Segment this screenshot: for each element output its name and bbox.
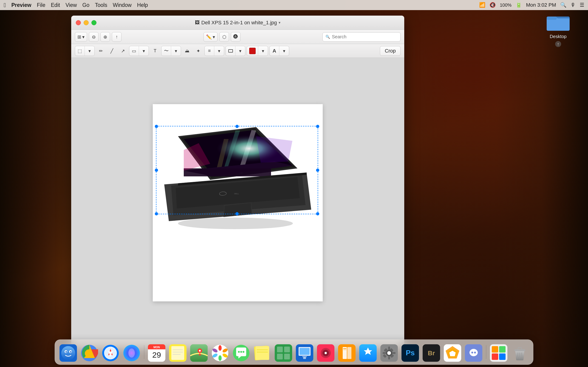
dock-sysprefs[interactable]: [380, 343, 399, 363]
align-chevron-icon: ▾: [218, 48, 220, 54]
border-style-dropdown-button[interactable]: ▾: [235, 46, 245, 56]
selection-tool-group: ⬚ ▾: [75, 46, 95, 56]
shapes-dropdown-button[interactable]: ▾: [139, 46, 149, 56]
dock-trash[interactable]: [510, 343, 529, 363]
dock-safari[interactable]: [101, 343, 120, 363]
svg-point-118: [471, 352, 473, 353]
dock-bridge[interactable]: Br: [422, 343, 441, 363]
dock-appstore[interactable]: [358, 343, 378, 363]
desktop-folder[interactable]: Desktop ↑: [547, 14, 570, 47]
menu-view[interactable]: View: [65, 2, 77, 8]
dock-airdrop[interactable]: [489, 343, 508, 363]
svg-point-119: [474, 352, 476, 353]
line-icon: ╱: [111, 48, 113, 54]
menu-go[interactable]: Go: [82, 2, 90, 8]
instant-alpha-tool-button[interactable]: ✦: [193, 46, 203, 56]
dock-music[interactable]: [316, 343, 335, 363]
view-button[interactable]: ⊞ ▾: [75, 32, 87, 42]
svg-rect-78: [277, 347, 283, 352]
svg-rect-122: [499, 346, 506, 352]
minimize-button[interactable]: [84, 20, 89, 25]
dock-finder[interactable]: [59, 343, 78, 363]
align-tool-button[interactable]: ≡: [205, 46, 214, 56]
menu-window[interactable]: Window: [113, 2, 132, 8]
dock-maps[interactable]: [189, 343, 208, 363]
title-chevron-icon[interactable]: ▾: [279, 20, 280, 25]
dock-photos[interactable]: [210, 343, 230, 363]
svg-rect-102: [383, 352, 386, 354]
align-dropdown-button[interactable]: ▾: [214, 46, 224, 56]
dock-photoshop[interactable]: Ps: [401, 343, 420, 363]
canvas-area[interactable]: DELL: [71, 58, 404, 348]
color-dropdown-button[interactable]: ▾: [258, 46, 268, 56]
apple-menu[interactable]: : [4, 2, 6, 9]
border-style-button[interactable]: [226, 46, 235, 56]
instant-alpha-icon: ⬡: [222, 34, 226, 40]
dock-stickies[interactable]: [253, 343, 272, 363]
svg-point-25: [178, 218, 293, 229]
dock-books[interactable]: [337, 343, 356, 363]
close-button[interactable]: [76, 20, 81, 25]
dock-discord[interactable]: [464, 343, 483, 363]
toolbar: ⊞ ▾ ⊖ ⊕ ↑ ✏️ ▾ ⬡ 🅐 🔍: [71, 30, 404, 44]
app-menu-preview[interactable]: Preview: [11, 2, 32, 8]
menu-tools[interactable]: Tools: [95, 2, 107, 8]
search-field[interactable]: 🔍: [322, 32, 401, 42]
svg-point-65: [218, 355, 222, 361]
search-input[interactable]: [332, 34, 398, 40]
svg-rect-126: [518, 348, 522, 350]
dock-calendar[interactable]: MON 29: [147, 343, 166, 363]
dock-messages[interactable]: [232, 343, 251, 363]
shapes-icon: ▭: [132, 48, 136, 54]
font-dropdown-button[interactable]: ▾: [279, 46, 289, 56]
adjust-icon: ⛰: [185, 48, 190, 53]
svg-rect-93: [347, 347, 351, 359]
adjust-color-button[interactable]: 🅐: [231, 32, 241, 42]
menu-file[interactable]: File: [37, 2, 45, 8]
dock-siri[interactable]: [122, 343, 141, 363]
svg-rect-2: [547, 18, 570, 31]
crop-button[interactable]: Crop: [380, 46, 401, 56]
shapes-tool-button[interactable]: ▭: [129, 46, 139, 56]
svg-point-72: [242, 351, 244, 353]
menu-edit[interactable]: Edit: [51, 2, 60, 8]
adjust-tool-button[interactable]: ⛰: [182, 46, 192, 56]
sign-tool-button[interactable]: 〜: [162, 46, 171, 56]
menu-help[interactable]: Help: [137, 2, 148, 8]
svg-point-62: [218, 345, 222, 351]
svg-rect-100: [388, 347, 390, 350]
dock-separator-1: [144, 345, 144, 359]
dock-numbers[interactable]: [274, 343, 293, 363]
siri-icon[interactable]: 🎙: [571, 2, 576, 8]
share-button[interactable]: ↑: [112, 32, 121, 42]
dock-chrome[interactable]: [80, 343, 99, 363]
text-tool-button[interactable]: T: [150, 46, 160, 56]
color-group: ▾: [247, 46, 268, 56]
dock-notes[interactable]: [168, 343, 187, 363]
notification-icon[interactable]: ☰: [580, 2, 584, 8]
color-button[interactable]: [247, 46, 258, 56]
instant-alpha-button[interactable]: ⬡: [219, 32, 229, 42]
selection-tool-button[interactable]: ⬚: [75, 46, 85, 56]
selection-dropdown-button[interactable]: ▾: [85, 46, 95, 56]
title-bar: 🖼 Dell XPS 15 2-in-1 on white_1.jpg ▾: [71, 16, 404, 30]
maximize-button[interactable]: [91, 20, 96, 25]
arrow-tool-button[interactable]: ↗: [118, 46, 128, 56]
zoom-in-icon: ⊕: [103, 34, 107, 40]
volume-icon[interactable]: 🔇: [489, 2, 496, 8]
sketch-tool-button[interactable]: ✏: [96, 46, 106, 56]
sign-dropdown-button[interactable]: ▾: [171, 46, 181, 56]
line-tool-button[interactable]: ╱: [107, 46, 117, 56]
svg-rect-80: [277, 354, 283, 359]
font-button[interactable]: A: [270, 46, 279, 56]
markup-pen-button[interactable]: ✏️ ▾: [204, 32, 217, 42]
dock-keynote[interactable]: [295, 343, 314, 363]
magic-wand-icon: ✦: [196, 48, 200, 54]
spotlight-icon[interactable]: 🔍: [560, 2, 566, 8]
dock-sketch[interactable]: [443, 343, 462, 363]
zoom-out-button[interactable]: ⊖: [89, 32, 99, 42]
svg-point-29: [61, 346, 75, 360]
zoom-in-button[interactable]: ⊕: [100, 32, 110, 42]
wifi-icon[interactable]: 📶: [479, 2, 485, 8]
selection-chevron-icon: ▾: [88, 48, 91, 54]
